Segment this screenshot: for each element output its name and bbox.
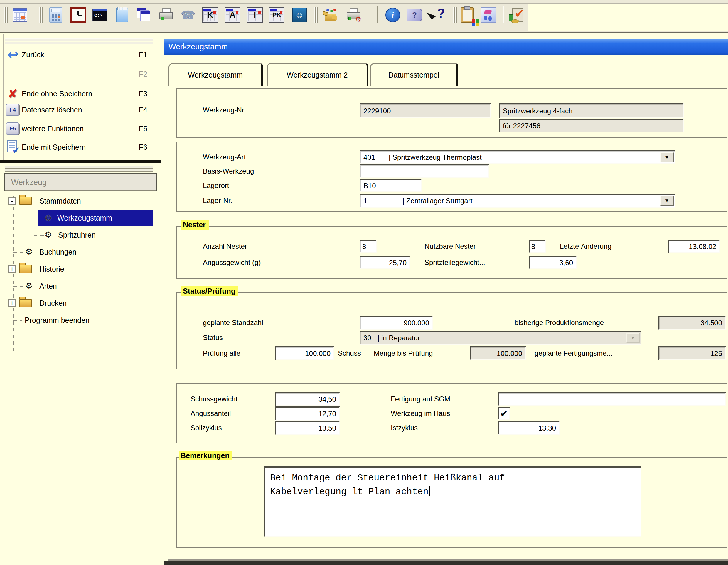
nutzbare-nester-label: Nutzbare Nester	[424, 239, 476, 253]
tree-item-programm-beenden[interactable]: Programm beenden	[0, 312, 159, 328]
werkzeug-art-combobox[interactable]: 401 | Spritzwerkzeug Thermoplast ▼	[360, 150, 675, 164]
print-button[interactable]	[158, 7, 174, 23]
panel-grip[interactable]	[5, 42, 153, 44]
collapse-icon[interactable]: -	[8, 197, 16, 205]
sollzyklus-label: Sollzyklus	[191, 421, 222, 435]
menu-item-ende-ohne-speichern[interactable]: ✘ Ende ohne Speichern F3	[4, 86, 156, 102]
angussanteil-field[interactable]: 12,70	[275, 407, 340, 421]
clock-button[interactable]	[70, 7, 86, 23]
expand-icon[interactable]: +	[8, 265, 16, 273]
angussgewicht-label: Angussgewicht (g)	[203, 256, 261, 269]
tree-item-buchungen[interactable]: ⚙ Buchungen	[0, 244, 159, 260]
chevron-down-icon[interactable]: ▼	[660, 196, 674, 206]
calculator-button[interactable]	[48, 7, 64, 23]
lager-nr-combobox[interactable]: 1 | Zentrallager Stuttgart ▼	[360, 193, 675, 207]
open-box-button[interactable]	[322, 7, 339, 23]
menu-item-weitere-funktionen[interactable]: F5 weitere Funktionen F5	[4, 121, 156, 136]
toolbar-grip[interactable]	[453, 7, 457, 23]
angussgewicht-field[interactable]: 25,70	[360, 256, 410, 269]
tree-item-stammdaten[interactable]: - Stammdaten	[0, 193, 159, 209]
clipboard-button[interactable]	[459, 7, 476, 23]
tree-item-historie[interactable]: + Historie	[0, 261, 159, 277]
tab-datumsstempel[interactable]: Datumsstempel	[370, 63, 458, 86]
context-help-button[interactable]: ?	[425, 7, 446, 23]
tree-item-spritzuhren[interactable]: ⚙ Spritzuhren	[0, 227, 159, 243]
machine-clock-button[interactable]: ☺	[291, 7, 308, 23]
a-table-button[interactable]: A	[224, 7, 241, 23]
tree-item-arten[interactable]: ⚙ Arten	[0, 278, 159, 294]
panel-grip[interactable]	[5, 169, 153, 172]
forms-button[interactable]	[136, 7, 152, 23]
toolbar-grip[interactable]	[39, 7, 43, 23]
status-pruefung-group-title: Status/Prüfung	[181, 286, 238, 296]
left-panel: ↩ Zurück F1 F2 ✘ Ende ohne Speichern F3 …	[0, 33, 161, 565]
tree-item-werkzeugstamm[interactable]: ⚙ Werkzeugstamm	[0, 210, 159, 226]
tab-werkzeugstamm[interactable]: Werkzeugstamm	[168, 63, 263, 86]
panel-grip[interactable]	[5, 166, 153, 168]
sollzyklus-field[interactable]: 13,50	[275, 421, 340, 435]
menu-item-label: Ende ohne Speichern	[22, 90, 92, 98]
pk-table-icon: PK	[269, 7, 284, 23]
clock-icon	[70, 7, 86, 23]
status-pruefung-groupbox: Status/Prüfung geplante Standzahl 900.00…	[176, 293, 727, 370]
nutzbare-nester-field[interactable]: 8	[529, 239, 546, 253]
fkey-label: F5	[139, 124, 147, 133]
tab-werkzeugstamm-2[interactable]: Werkzeugstamm 2	[267, 63, 368, 86]
menu-item-label: Ende mit Speichern	[22, 143, 86, 151]
geplante-standzahl-label: geplante Standzahl	[203, 316, 263, 330]
nester-groupbox: Nester Anzahl Nester 8 Nutzbare Nester 8…	[176, 226, 727, 279]
page-title: Werkzeugstamm	[168, 42, 228, 51]
lagerort-field[interactable]: B10	[360, 179, 422, 192]
toolbar: C:\ ☎ K A I PK ☺ ⚙ i ? ? ✔	[0, 0, 728, 33]
werkzeug-zusatz-field: für 2227456	[499, 119, 684, 132]
context-help-icon: ?	[426, 7, 445, 23]
calendar-button[interactable]	[12, 7, 28, 23]
schussgewicht-field[interactable]: 34,50	[275, 392, 340, 406]
package-button[interactable]	[480, 7, 497, 23]
menu-item-ende-mit-speichern[interactable]: ✔ Ende mit Speichern F6	[4, 139, 156, 155]
geplante-fertigungsmenge-label: geplante Fertigungsme...	[535, 346, 613, 360]
print-settings-button[interactable]: ⚙	[345, 7, 362, 23]
nester-group-title: Nester	[181, 220, 209, 230]
i-table-button[interactable]: I	[247, 7, 263, 23]
toolbar-empty-area	[528, 4, 728, 31]
calendar-icon	[13, 8, 27, 22]
letzte-aenderung-field[interactable]: 13.08.02	[668, 239, 720, 253]
menu-item-datensatz-loeschen[interactable]: F4 Datensatz löschen F4	[4, 102, 156, 118]
chevron-down-icon: ▼	[626, 333, 640, 343]
task-check-button[interactable]: ✔	[508, 7, 524, 23]
gear-icon: ⚙	[25, 248, 33, 256]
tree-item-drucken[interactable]: + Drucken	[0, 295, 159, 311]
phone-button[interactable]: ☎	[180, 7, 196, 23]
werkzeug-im-haus-checkbox[interactable]: ✔	[498, 407, 510, 420]
anzahl-nester-field[interactable]: 8	[360, 239, 377, 253]
pruefung-alle-field[interactable]: 100.000	[275, 346, 334, 360]
back-arrow-icon: ↩	[7, 48, 18, 61]
fkey-label: F4	[139, 106, 147, 114]
istzyklus-field[interactable]: 13,30	[498, 421, 560, 435]
toolbar-grip[interactable]	[314, 7, 318, 23]
werkzeug-im-haus-label: Werkzeug im Haus	[391, 407, 450, 421]
package-icon	[481, 7, 496, 23]
toolbar-grip[interactable]	[4, 7, 8, 23]
command-prompt-button[interactable]: C:\	[92, 7, 108, 23]
fertigung-sgm-field[interactable]	[498, 392, 726, 406]
tree-selection: ⚙ Werkzeugstamm	[38, 210, 153, 226]
notepad-button[interactable]	[114, 7, 130, 23]
menu-item-zurueck[interactable]: ↩ Zurück F1	[4, 47, 156, 63]
spritzteilegewicht-field[interactable]: 3,60	[529, 256, 577, 269]
info-button[interactable]: i	[385, 7, 401, 23]
chevron-down-icon[interactable]: ▼	[660, 152, 674, 162]
pk-table-button[interactable]: PK	[268, 7, 285, 23]
expand-icon[interactable]: +	[8, 299, 16, 307]
info-icon: i	[385, 8, 400, 22]
basis-werkzeug-label: Basis-Werkzeug	[203, 164, 254, 178]
basis-werkzeug-field[interactable]	[360, 164, 489, 178]
bemerkungen-textarea[interactable]: Bei Montage der Steuereinheit Heißkanal …	[264, 466, 641, 537]
k-table-button[interactable]: K	[202, 7, 218, 23]
werkzeug-art-groupbox: Werkzeug-Art 401 | Spritzwerkzeug Thermo…	[176, 141, 727, 212]
main-area: Werkzeugstamm Werkzeugstamm Werkzeugstam…	[164, 33, 728, 565]
help-book-button[interactable]: ?	[406, 7, 423, 23]
panel-grip[interactable]	[5, 38, 153, 41]
geplante-standzahl-field[interactable]: 900.000	[360, 316, 433, 330]
